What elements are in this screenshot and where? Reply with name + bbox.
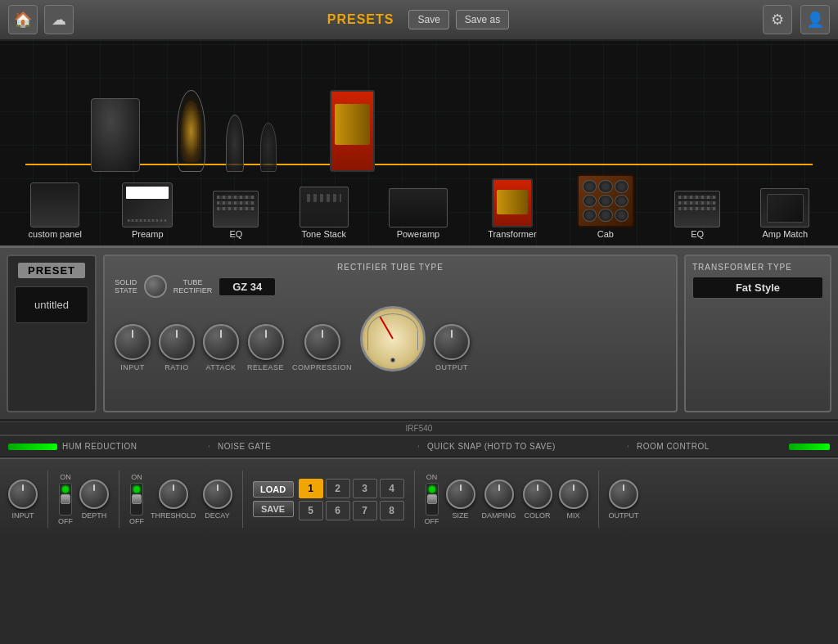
- bc-input-knob[interactable]: [8, 480, 38, 509]
- room-on-label: ON: [426, 473, 438, 481]
- slot-btn-6[interactable]: 6: [326, 501, 350, 520]
- mix-knob[interactable]: [559, 480, 588, 509]
- slot-btn-7[interactable]: 7: [353, 501, 377, 520]
- room-toggle-led: [429, 486, 435, 493]
- quick-save-button[interactable]: SAVE: [253, 501, 294, 517]
- slot-btn-3[interactable]: 3: [353, 479, 377, 498]
- presets-label: PRESETS: [327, 12, 394, 27]
- size-knob[interactable]: [446, 480, 475, 509]
- threshold-knob[interactable]: [159, 480, 188, 509]
- output-knob-group: OUTPUT: [434, 324, 470, 372]
- chain-label-eq2: EQ: [691, 229, 704, 239]
- decay-label: DECAY: [205, 511, 229, 520]
- output-knob[interactable]: [434, 324, 470, 360]
- noise-gate-section: NOISE GATE: [210, 442, 419, 451]
- home-button[interactable]: 🏠: [8, 5, 38, 34]
- chain-item-eq1[interactable]: EQ: [213, 191, 259, 239]
- mix-label: MIX: [567, 511, 580, 520]
- chain-item-preamp[interactable]: Preamp: [122, 182, 173, 239]
- color-group: COLOR: [523, 480, 552, 520]
- chain-label-custom-panel: custom panel: [29, 229, 82, 239]
- slot-btn-1[interactable]: 1: [299, 479, 323, 498]
- hum-toggle-led: [62, 486, 69, 493]
- save-as-button[interactable]: Save as: [456, 10, 509, 29]
- chain-item-eq2[interactable]: EQ: [674, 191, 720, 239]
- room-control-label: ROOM CONTROL: [637, 442, 710, 451]
- threshold-group: THRESHOLD: [151, 480, 196, 520]
- tube-small-1: [226, 115, 244, 172]
- save-button[interactable]: Save: [408, 10, 448, 29]
- depth-knob[interactable]: [79, 480, 109, 509]
- ratio-knob-label: RATIO: [164, 363, 188, 372]
- attack-knob[interactable]: [203, 324, 239, 360]
- damping-group: DAMPING: [482, 480, 516, 520]
- settings-button[interactable]: ⚙: [763, 5, 792, 34]
- transformer-type-label: TRANSFORMER TYPE: [692, 263, 823, 272]
- color-knob[interactable]: [523, 480, 552, 509]
- slot-btn-8[interactable]: 8: [380, 501, 404, 520]
- divider-5: [598, 471, 599, 528]
- ng-toggle-led: [133, 486, 140, 493]
- release-knob[interactable]: [248, 324, 284, 360]
- preset-label: PRESET: [18, 263, 85, 278]
- tube-rectifier-label: TUBERECTIFIER: [173, 278, 213, 295]
- ng-off-label: OFF: [129, 517, 144, 525]
- component-visuals: [25, 82, 375, 172]
- vu-pivot: [390, 358, 395, 363]
- decay-knob[interactable]: [203, 480, 232, 509]
- compression-knob-label: COMPRESSION: [292, 363, 352, 372]
- hum-off-label: OFF: [58, 517, 73, 525]
- preset-name-display[interactable]: untitled: [15, 286, 88, 323]
- chain-item-custom-panel[interactable]: custom panel: [29, 182, 82, 239]
- hum-reduction-bar[interactable]: [8, 444, 57, 450]
- output-knob-label: OUTPUT: [435, 363, 468, 372]
- hum-on-label: ON: [60, 473, 71, 481]
- signal-chain: custom panel Preamp EQ Tone Stack Powera…: [0, 41, 838, 245]
- slot-btn-2[interactable]: 2: [326, 479, 350, 498]
- user-button[interactable]: 👤: [800, 5, 830, 34]
- bottom-controls: INPUT ON OFF DEPTH ON OFF THRESHOLD DECA…: [0, 457, 838, 539]
- attack-knob-group: ATTACK: [203, 324, 239, 372]
- top-bar-left: 🏠 ☁: [8, 5, 74, 34]
- slot-btn-4[interactable]: 4: [380, 479, 404, 498]
- transformer-section: TRANSFORMER TYPE Fat Style: [684, 254, 831, 412]
- compression-knob[interactable]: [304, 324, 340, 360]
- tube-selector-knob[interactable]: [144, 275, 167, 298]
- damping-label: DAMPING: [482, 511, 516, 520]
- input-knob-label: INPUT: [120, 363, 145, 372]
- quick-snap-controls: LOAD SAVE 1 2 3 4 5 6 7 8: [253, 479, 404, 520]
- chain-item-cab[interactable]: Cab: [577, 174, 634, 239]
- top-bar: 🏠 ☁ PRESETS Save Save as ⚙ 👤: [0, 0, 838, 41]
- damping-knob[interactable]: [484, 480, 514, 509]
- quick-snap-section: QUICK SNAP (HOTD TO SAVE): [419, 442, 628, 451]
- input-knob[interactable]: [115, 324, 151, 360]
- center-controls: RECTIFIER TUBE TYPE SOLIDSTATE TUBERECTI…: [103, 254, 678, 412]
- load-button[interactable]: LOAD: [253, 481, 294, 498]
- hum-reduction-label: HUM REDUCTION: [62, 442, 137, 451]
- ng-toggle-group: ON OFF: [129, 473, 144, 525]
- chain-item-tone-stack[interactable]: Tone Stack: [300, 187, 349, 239]
- transformer-type-display[interactable]: Fat Style: [692, 277, 823, 299]
- hum-toggle-switch[interactable]: [59, 483, 72, 516]
- bc-output-knob[interactable]: [609, 480, 638, 509]
- room-control-bar[interactable]: [789, 444, 830, 450]
- bc-input-label: INPUT: [12, 511, 34, 520]
- color-label: COLOR: [525, 511, 551, 520]
- ratio-knob[interactable]: [159, 324, 195, 360]
- slot-btn-5[interactable]: 5: [299, 501, 323, 520]
- chain-item-amp-match[interactable]: Amp Match: [760, 188, 809, 239]
- chain-label-transformer: Transformer: [488, 229, 537, 239]
- mix-group: MIX: [559, 480, 588, 520]
- room-toggle-switch[interactable]: [426, 483, 439, 516]
- ratio-knob-group: RATIO: [159, 324, 195, 372]
- slots-grid: 1 2 3 4 5 6 7 8: [299, 479, 404, 520]
- tube-type-display[interactable]: GZ 34: [219, 277, 276, 296]
- top-bar-center: PRESETS Save Save as: [74, 10, 763, 29]
- chain-label-poweramp: Poweramp: [397, 229, 440, 239]
- chain-label-preamp: Preamp: [132, 229, 164, 239]
- chain-item-transformer[interactable]: Transformer: [488, 178, 537, 239]
- chain-item-poweramp[interactable]: Poweramp: [389, 188, 448, 239]
- size-label: SIZE: [453, 511, 469, 520]
- ng-toggle-switch[interactable]: [130, 483, 143, 516]
- cloud-button[interactable]: ☁: [44, 5, 74, 34]
